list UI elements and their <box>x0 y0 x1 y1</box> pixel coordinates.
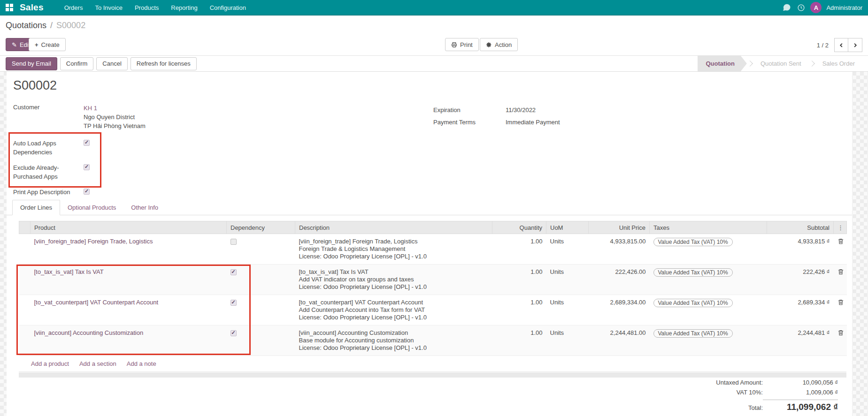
refresh-for-licenses-button[interactable]: Refresh for licenses <box>131 57 197 70</box>
auto-load-apps-dependencies-checkbox[interactable] <box>84 140 90 146</box>
optional-columns-icon[interactable]: ⋮ <box>834 221 847 234</box>
product-cell[interactable]: [to_vat_counterpart] VAT Counterpart Acc… <box>31 295 227 325</box>
confirm-button[interactable]: Confirm <box>60 57 94 70</box>
user-name[interactable]: Administrator <box>826 4 862 11</box>
col-taxes[interactable]: Taxes <box>650 221 767 234</box>
cancel-button[interactable]: Cancel <box>96 57 127 70</box>
tax-tag[interactable]: Value Added Tax (VAT) 10% <box>653 268 733 277</box>
dependency-checkbox[interactable] <box>230 269 237 275</box>
menu-configuration[interactable]: Configuration <box>205 0 251 15</box>
customer-link[interactable]: KH 1 <box>84 104 146 113</box>
unit-price-cell[interactable]: 222,426.00 <box>589 265 650 295</box>
table-header-row: Product Dependency Description Quantity … <box>19 221 847 234</box>
col-product[interactable]: Product <box>31 221 227 234</box>
description-line: Base module for Accounting customization <box>299 337 489 344</box>
table-row[interactable]: [to_tax_is_vat] Tax Is VAT [to_tax_is_va… <box>19 265 847 295</box>
product-cell[interactable]: [viin_account] Accounting Customization <box>31 325 227 356</box>
delete-row-icon[interactable] <box>837 329 845 337</box>
activities-clock-icon[interactable] <box>796 3 806 12</box>
total-value: 11,099,062 ₫ <box>763 400 838 412</box>
delete-row-icon[interactable] <box>837 238 845 245</box>
table-row[interactable]: [viin_account] Accounting Customization … <box>19 325 847 356</box>
untaxed-amount-label: Untaxed Amount: <box>716 379 763 386</box>
description-line: [viin_foreign_trade] Foreign Trade, Logi… <box>299 238 489 245</box>
quantity-cell[interactable]: 1.00 <box>492 295 546 325</box>
delete-row-icon[interactable] <box>837 268 845 276</box>
user-avatar[interactable]: A <box>810 2 822 13</box>
dependency-checkbox[interactable] <box>230 330 237 336</box>
exclude-already-purchased-apps-checkbox[interactable] <box>84 164 90 170</box>
table-row[interactable]: [to_vat_counterpart] VAT Counterpart Acc… <box>19 295 847 325</box>
expiration-value[interactable]: 11/30/2022 <box>506 106 536 114</box>
auto-load-apps-dependencies-label: Auto Load Apps Dependencies <box>13 139 84 157</box>
description-line: License: Odoo Proprietary License [OPL] … <box>299 344 489 352</box>
vat-value: 1,009,006 ₫ <box>763 389 838 396</box>
print-app-description-checkbox[interactable] <box>84 189 90 195</box>
pager-next-button[interactable] <box>848 38 862 52</box>
add-a-note-link[interactable]: Add a note <box>127 360 156 367</box>
step-sales-order[interactable]: Sales Order <box>815 56 862 71</box>
breadcrumb-quotations[interactable]: Quotations <box>6 21 46 30</box>
tax-tag[interactable]: Value Added Tax (VAT) 10% <box>653 329 733 338</box>
description-line: License: Odoo Proprietary License [OPL] … <box>299 253 489 260</box>
product-cell[interactable]: [viin_foreign_trade] Foreign Trade, Logi… <box>31 234 227 265</box>
add-a-section-link[interactable]: Add a section <box>79 360 116 367</box>
tab-optional-products[interactable]: Optional Products <box>60 200 123 215</box>
pager-count: 1 / 2 <box>817 42 829 49</box>
customer-label: Customer <box>13 104 84 130</box>
menu-to-invoice[interactable]: To Invoice <box>90 0 127 15</box>
apps-menu-icon[interactable] <box>6 4 13 11</box>
uom-cell[interactable]: Units <box>546 325 589 356</box>
col-dependency[interactable]: Dependency <box>227 221 295 234</box>
step-quotation-sent[interactable]: Quotation Sent <box>753 56 809 71</box>
messages-icon[interactable] <box>782 3 791 12</box>
description-line: License: Odoo Proprietary License [OPL] … <box>299 314 489 321</box>
tab-other-info[interactable]: Other Info <box>123 200 166 215</box>
send-by-email-button[interactable]: Send by Email <box>6 57 57 70</box>
dependency-checkbox[interactable] <box>230 239 237 245</box>
menu-orders[interactable]: Orders <box>60 0 88 15</box>
col-quantity[interactable]: Quantity <box>492 221 546 234</box>
quantity-cell[interactable]: 1.00 <box>492 234 546 265</box>
uom-cell[interactable]: Units <box>546 295 589 325</box>
tab-order-lines[interactable]: Order Lines <box>12 200 60 215</box>
app-name[interactable]: Sales <box>20 2 44 13</box>
subtotal-cell: 4,933,815 ₫ <box>767 234 834 265</box>
printer-icon <box>451 42 457 48</box>
col-uom[interactable]: UoM <box>546 221 589 234</box>
action-button[interactable]: Action <box>480 38 518 51</box>
menu-products[interactable]: Products <box>130 0 163 15</box>
tax-tag[interactable]: Value Added Tax (VAT) 10% <box>653 299 733 307</box>
uom-cell[interactable]: Units <box>546 234 589 265</box>
tax-tag[interactable]: Value Added Tax (VAT) 10% <box>653 238 733 246</box>
subtotal-cell: 2,689,334 ₫ <box>767 295 834 325</box>
payment-terms-value[interactable]: Immediate Payment <box>506 118 560 127</box>
table-row[interactable]: [viin_foreign_trade] Foreign Trade, Logi… <box>19 234 847 265</box>
unit-price-cell[interactable]: 4,933,815.00 <box>589 234 650 265</box>
create-button[interactable]: + Create <box>29 38 66 51</box>
col-description[interactable]: Description <box>295 221 492 234</box>
quantity-cell[interactable]: 1.00 <box>492 265 546 295</box>
print-app-description-label: Print App Description <box>13 188 84 197</box>
delete-row-icon[interactable] <box>837 299 845 306</box>
quantity-cell[interactable]: 1.00 <box>492 325 546 356</box>
dependency-checkbox[interactable] <box>230 300 237 306</box>
col-unit-price[interactable]: Unit Price <box>589 221 650 234</box>
pager-previous-button[interactable] <box>834 38 848 52</box>
add-a-product-link[interactable]: Add a product <box>31 360 69 367</box>
menu-reporting[interactable]: Reporting <box>166 0 202 15</box>
print-button[interactable]: Print <box>445 38 479 51</box>
description-line: License: Odoo Proprietary License [OPL] … <box>299 283 489 291</box>
customer-address-line2: TP Hải Phòng Vietnam <box>84 121 146 130</box>
page-title: S00002 <box>13 78 57 93</box>
breadcrumb: Quotations / S00002 <box>0 15 868 35</box>
step-quotation[interactable]: Quotation <box>698 56 747 71</box>
form-view: S00002 Customer KH 1 Ngo Quyen District … <box>0 72 868 416</box>
unit-price-cell[interactable]: 2,244,481.00 <box>589 325 650 356</box>
unit-price-cell[interactable]: 2,689,334.00 <box>589 295 650 325</box>
product-cell[interactable]: [to_tax_is_vat] Tax Is VAT <box>31 265 227 295</box>
description-line: [viin_account] Accounting Customization <box>299 329 489 337</box>
uom-cell[interactable]: Units <box>546 265 589 295</box>
top-navbar: Sales Orders To Invoice Products Reporti… <box>0 0 868 15</box>
col-subtotal[interactable]: Subtotal <box>767 221 834 234</box>
